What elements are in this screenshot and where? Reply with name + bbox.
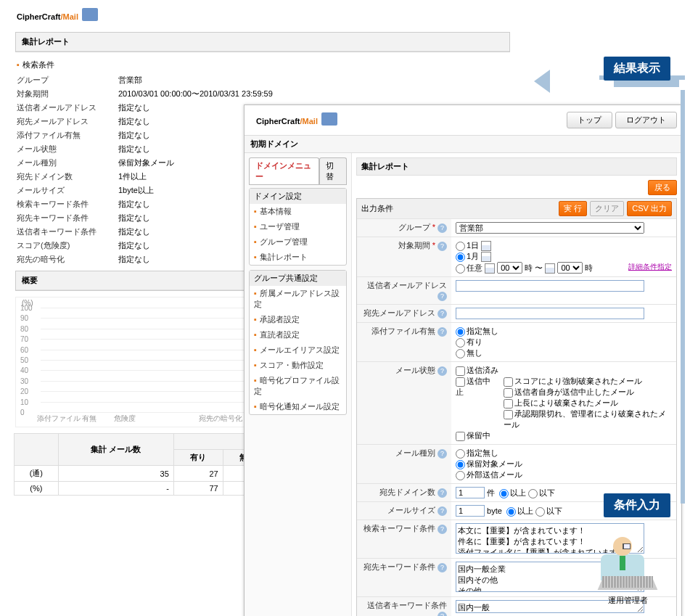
help-icon[interactable]: ? (438, 506, 447, 516)
mstate-cancel-check[interactable] (456, 377, 465, 387)
sidebar-item[interactable]: ▪暗号化通知メール設定 (250, 399, 346, 414)
mstate-sub-check[interactable] (504, 410, 513, 419)
admin-label: 運用管理者 (588, 595, 668, 606)
app-logo-front: CipherCraft/Mail (249, 108, 345, 132)
sidebar-group-header: グループ共通設定 (250, 271, 346, 286)
csv-export-button[interactable]: CSV 出力 (627, 201, 672, 216)
arrow-line (681, 90, 685, 504)
mstate-sent-check[interactable] (456, 366, 465, 376)
help-icon[interactable]: ? (438, 525, 447, 534)
cond-key: メール種別 (9, 156, 111, 170)
domain-label: 初期ドメイン (245, 135, 681, 153)
help-icon[interactable]: ? (438, 327, 447, 337)
conditions-title: 出力条件 (361, 203, 393, 214)
app-logo: CipherCraft/Mail (9, 4, 516, 28)
mtype-radio[interactable] (456, 449, 465, 459)
logout-button[interactable]: ログアウト (615, 112, 677, 128)
sidebar-item[interactable]: ▪所属メールアドレス設定 (250, 286, 346, 312)
mail-icon (82, 8, 98, 21)
cond-key: 宛先の暗号化 (9, 252, 111, 266)
cond-key: 添付ファイル有無 (9, 128, 111, 142)
calendar-icon[interactable] (481, 241, 491, 251)
clear-button[interactable]: クリア (590, 201, 624, 216)
cond-value: 2010/03/01 00:00:00〜2010/03/31 23:59:59 (111, 87, 516, 101)
mstate-sub-check[interactable] (504, 388, 513, 398)
sidebar-item[interactable]: ▪集計レポート (250, 250, 346, 265)
cond-key: メール状態 (9, 142, 111, 156)
domain-count-input[interactable] (456, 487, 485, 498)
top-button[interactable]: トップ (567, 112, 612, 128)
ddom-below-radio[interactable] (528, 489, 538, 498)
search-conditions-header: ▪検索条件 (9, 57, 516, 73)
back-button[interactable]: 戻る (648, 180, 677, 195)
cond-key: メールサイズ (9, 184, 111, 197)
mtype-radio[interactable] (456, 471, 465, 480)
period-any-radio[interactable] (456, 264, 465, 274)
detail-link[interactable]: 詳細条件指定 (628, 263, 672, 271)
dest-input[interactable] (456, 308, 644, 319)
input-label: 条件入力 (604, 493, 670, 517)
cond-key: 送信者キーワード条件 (9, 225, 111, 239)
help-icon[interactable]: ? (438, 242, 447, 251)
admin-illustration: 運用管理者 (588, 537, 668, 606)
mstate-sub-check[interactable] (504, 399, 513, 408)
hour-from-select[interactable]: 00 (497, 262, 522, 274)
report-title: 集計レポート (16, 33, 509, 52)
attach-radio[interactable] (456, 338, 465, 348)
cond-key: スコア(危険度) (9, 239, 111, 252)
period-1day-radio[interactable] (456, 242, 465, 251)
period-1month-radio[interactable] (456, 252, 465, 262)
hour-to-select[interactable]: 00 (557, 262, 583, 274)
sidebar-item[interactable]: ▪暗号化プロファイル設定 (250, 373, 346, 399)
mtype-radio[interactable] (456, 460, 465, 469)
main-title: 集計レポート (356, 157, 677, 176)
cond-key: 宛先ドメイン数 (9, 170, 111, 184)
cond-value: 営業部 (111, 73, 516, 87)
sender-input[interactable] (456, 280, 644, 292)
sidebar-group-header: ドメイン設定 (250, 189, 346, 204)
mstate-sub-check[interactable] (504, 377, 513, 387)
tab-switch[interactable]: 切替 (319, 157, 347, 184)
sidebar-item[interactable]: ▪メールエイリアス設定 (250, 342, 346, 358)
help-icon[interactable]: ? (438, 449, 447, 459)
mail-icon (321, 112, 337, 126)
result-label: 結果表示 (604, 57, 670, 81)
sidebar-item[interactable]: ▪スコア・動作設定 (250, 358, 346, 373)
help-icon[interactable]: ? (438, 563, 447, 572)
attach-radio[interactable] (456, 327, 465, 337)
sidebar-item[interactable]: ▪直読者設定 (250, 327, 346, 342)
sidebar-item[interactable]: ▪ユーザ管理 (250, 219, 346, 234)
cond-key: グループ (9, 73, 111, 87)
msize-above-radio[interactable] (506, 507, 516, 517)
cond-key: 対象期間 (9, 87, 111, 101)
group-select[interactable]: 営業部 (456, 222, 644, 234)
mail-size-input[interactable] (456, 505, 485, 517)
help-icon[interactable]: ? (438, 366, 447, 376)
sidebar: ドメインメニュー 切替 ドメイン設定▪基本情報▪ユーザ管理▪グループ管理▪集計レ… (245, 153, 352, 616)
msize-below-radio[interactable] (535, 507, 545, 517)
ddom-above-radio[interactable] (499, 489, 509, 498)
sidebar-item[interactable]: ▪基本情報 (250, 204, 346, 219)
help-icon[interactable]: ? (438, 292, 447, 301)
help-icon[interactable]: ? (438, 309, 447, 319)
sidebar-item[interactable]: ▪グループ管理 (250, 234, 346, 250)
mstate-hold-check[interactable] (456, 432, 465, 441)
help-icon[interactable]: ? (438, 612, 447, 616)
calendar-icon[interactable] (481, 252, 491, 262)
sidebar-item[interactable]: ▪承認者設定 (250, 312, 346, 327)
calendar-icon[interactable] (545, 263, 555, 274)
cond-key: 検索キーワード条件 (9, 197, 111, 211)
cond-key: 宛先メールアドレス (9, 115, 111, 128)
attach-radio[interactable] (456, 349, 465, 358)
help-icon[interactable]: ? (438, 223, 447, 233)
cond-key: 送信者メールアドレス (9, 101, 111, 115)
tab-domain-menu[interactable]: ドメインメニュー (249, 157, 319, 184)
execute-button[interactable]: 実 行 (559, 201, 587, 216)
help-icon[interactable]: ? (438, 488, 447, 498)
cond-key: 宛先キーワード条件 (9, 211, 111, 225)
calendar-icon[interactable] (485, 263, 495, 274)
